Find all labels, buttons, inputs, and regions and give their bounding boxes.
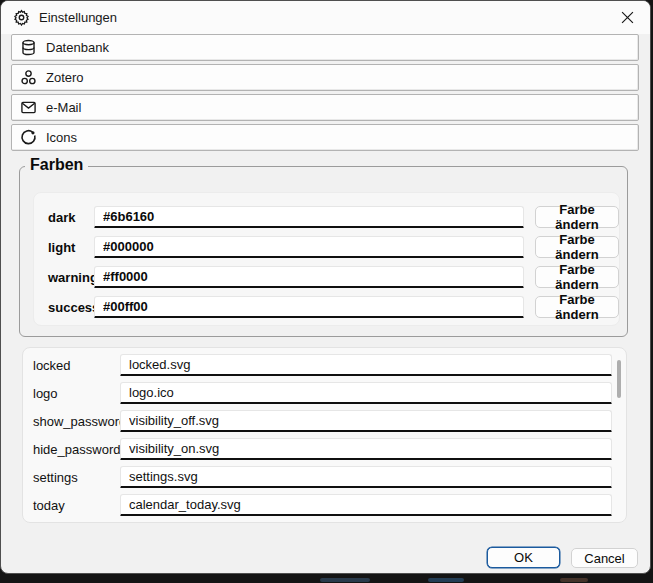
color-label: light [48, 240, 94, 255]
color-value-input[interactable] [94, 296, 524, 318]
icon-file-input[interactable] [120, 466, 612, 488]
color-row-success: success Farbe ändern [48, 296, 619, 318]
section-label: Icons [46, 130, 77, 145]
gear-icon [13, 9, 30, 26]
icon-key-label: hide_password [33, 442, 120, 457]
window-title: Einstellungen [39, 10, 117, 25]
section-zotero[interactable]: Zotero [11, 64, 639, 91]
icon-file-input[interactable] [120, 382, 612, 404]
icon-files-panel: locked logo show_password hide_password … [22, 347, 627, 523]
section-label: e-Mail [46, 100, 81, 115]
email-icon [20, 99, 37, 116]
change-color-button[interactable]: Farbe ändern [535, 206, 619, 228]
ok-button[interactable]: OK [487, 547, 560, 568]
color-label: warning [48, 270, 94, 285]
section-email[interactable]: e-Mail [11, 94, 639, 121]
farben-title: Farben [25, 156, 88, 174]
icon-row-locked: locked [33, 354, 626, 376]
vertical-scrollbar[interactable] [617, 360, 621, 398]
icon-file-input[interactable] [120, 494, 612, 516]
section-icons[interactable]: Icons [11, 124, 639, 151]
close-icon [621, 11, 634, 24]
color-row-warning: warning Farbe ändern [48, 266, 619, 288]
icon-key-label: show_password [33, 414, 120, 429]
sync-circle-icon [20, 129, 37, 146]
color-row-light: light Farbe ändern [48, 236, 619, 258]
desktop-artifact [560, 578, 588, 582]
close-button[interactable] [605, 1, 650, 34]
icon-key-label: locked [33, 358, 120, 373]
color-label: dark [48, 210, 94, 225]
color-value-input[interactable] [94, 266, 524, 288]
section-datenbank[interactable]: Datenbank [11, 34, 639, 61]
desktop-artifact [320, 578, 370, 582]
icon-row-show-password: show_password [33, 410, 626, 432]
section-label: Datenbank [46, 40, 109, 55]
icon-key-label: logo [33, 386, 120, 401]
settings-dialog: Einstellungen Datenbank Zotero [0, 0, 651, 574]
color-row-dark: dark Farbe ändern [48, 206, 619, 228]
icon-file-input[interactable] [120, 410, 612, 432]
color-panel: dark Farbe ändern light Farbe ändern war… [33, 192, 620, 326]
color-label: success [48, 300, 94, 315]
cancel-button[interactable]: Cancel [571, 548, 638, 568]
icon-row-settings: settings [33, 466, 626, 488]
color-value-input[interactable] [94, 236, 524, 258]
icon-row-today: today [33, 494, 626, 516]
section-label: Zotero [46, 70, 84, 85]
change-color-button[interactable]: Farbe ändern [535, 236, 619, 258]
icon-file-input[interactable] [120, 354, 612, 376]
icon-key-label: today [33, 498, 120, 513]
icon-row-logo: logo [33, 382, 626, 404]
icon-key-label: settings [33, 470, 120, 485]
desktop-artifact [428, 578, 464, 582]
database-icon [20, 39, 37, 56]
icon-row-hide-password: hide_password [33, 438, 626, 460]
change-color-button[interactable]: Farbe ändern [535, 266, 619, 288]
zotero-icon [20, 69, 37, 86]
change-color-button[interactable]: Farbe ändern [535, 296, 619, 318]
farben-groupbox: Farben dark Farbe ändern light Farbe änd… [19, 166, 628, 337]
title-bar[interactable]: Einstellungen [1, 1, 650, 34]
color-value-input[interactable] [94, 206, 524, 228]
icon-file-input[interactable] [120, 438, 612, 460]
